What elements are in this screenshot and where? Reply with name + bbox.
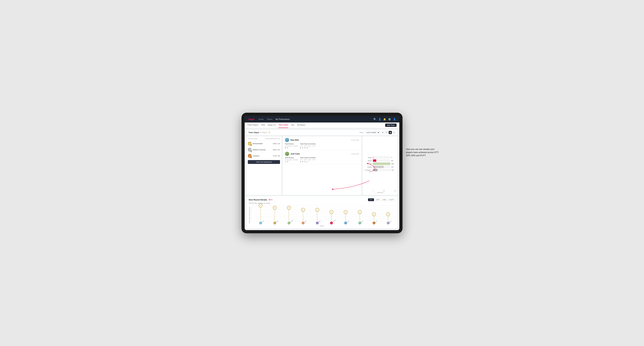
streak-player-col: 3x R. Butler R — [367, 205, 381, 225]
subnav-pgat[interactable]: PGAT Players — [248, 123, 258, 128]
total-rounds-block: Total Rounds TournamentPractice 7 2 — [285, 157, 298, 163]
bar-fill — [373, 163, 390, 165]
practice-activities-label: Total Practice Activities — [300, 143, 328, 145]
tournament-rounds-val: 8 — [285, 147, 286, 149]
subnav-hcaps[interactable]: Hcaps 1-5 — [268, 123, 276, 128]
streak-bubble: 4x — [330, 210, 334, 214]
streak-player-info: C. Quick C — [386, 220, 391, 224]
streak-player-col: 4x D. Ford D — [338, 205, 352, 225]
streak-line — [260, 205, 261, 221]
edit-icon[interactable]: ✏️ — [268, 132, 270, 133]
streak-player-info: R. Butler R — [371, 220, 376, 224]
bar-value: 131 — [391, 169, 396, 171]
player-count: 14 Players — [260, 132, 268, 133]
settings-icon[interactable]: ⚙️ — [388, 118, 391, 121]
streak-player-col: 7x E. Ebert E — [254, 205, 268, 225]
card-stats: Total Rounds TournamentPractice 7 2 — [285, 157, 359, 163]
player-name: Cameron... — [253, 155, 260, 157]
filter-app[interactable]: APP — [375, 198, 380, 201]
bell-icon[interactable]: 🔔 — [383, 118, 386, 121]
team-title: Team Clippd 14 Players ✏️ — [248, 132, 270, 134]
nav-teams[interactable]: Teams — [267, 117, 272, 121]
table-row: RB 1 Richard Butler 19/20 110 — [248, 141, 280, 147]
chart-bar-row: D. Bogeys + 131 — [364, 169, 396, 171]
filter-ott[interactable]: OTT — [368, 198, 374, 201]
filter-putt[interactable]: PUTT — [388, 198, 395, 201]
streak-line — [274, 208, 275, 221]
user-icon[interactable]: 👤 — [378, 118, 381, 121]
practice-activities-block: Total Practice Activities OTTAPPARGPUTT … — [300, 143, 328, 149]
bottom-panel: Best Round Streaks ⟵ OTT APP ARG PUTT Of… — [246, 196, 398, 228]
filter-arg[interactable]: ARG — [381, 198, 388, 201]
grid-view-icon[interactable]: ⊞ — [381, 131, 384, 134]
arrow-indicator: ⟵ — [268, 198, 273, 201]
nav-home[interactable]: Home — [258, 117, 264, 121]
practice-values: 0 0 0 1 — [300, 161, 328, 163]
streak-bubble: 3x — [372, 212, 376, 216]
bar-track — [373, 163, 390, 165]
add-team-button[interactable]: Add Team — [385, 124, 396, 127]
avatar: EC 2 — [248, 148, 252, 152]
view-icons: ⊞ ☰ ▦ ⊟ — [381, 131, 396, 134]
bar-value: 499 — [391, 163, 396, 165]
subnav-all-players[interactable]: All Players — [297, 123, 306, 128]
player-name: Richard Butler — [253, 143, 263, 145]
bar-chart: Eagles 3 Birdies 96 Pars 499 Bogeys 311 … — [364, 138, 396, 190]
team-name-label: Team Clippd — [248, 132, 259, 134]
streak-bubble: 6x — [273, 206, 277, 210]
nav-my-performance[interactable]: My Performance — [276, 117, 290, 121]
practice-values: 0 0 0 0 — [300, 147, 328, 149]
subnav-team-clippd[interactable]: Team Clippd — [278, 123, 288, 128]
streak-player-info: B. McHerg B — [272, 220, 278, 224]
ott-val: 0 — [300, 147, 301, 149]
bar-fill — [373, 159, 376, 162]
player-score: 19/20 — [273, 143, 277, 145]
table-row: EC 2 Edward Crossman 18/20 107 — [248, 147, 280, 153]
col-pb-avg: PB AVG SQ — [272, 138, 280, 140]
practice-sub-labels: OTTAPPARGPUTT — [300, 159, 328, 161]
streak-player-info: J. Coles J — [300, 220, 306, 224]
player-avg: 107 — [278, 149, 280, 151]
player-name: Edward Crossman — [253, 149, 266, 151]
period-select[interactable]: Last 3 months — [365, 131, 380, 134]
bar-fill — [373, 169, 378, 171]
tablet-screen: clippd Home Teams My Performance 🔍 👤 🔔 ⚙… — [245, 116, 399, 230]
bar-track — [373, 159, 390, 162]
putt-val: 0 — [307, 147, 308, 149]
player-info: EC 2 Edward Crossman — [248, 148, 272, 152]
tablet-frame: clippd Home Teams My Performance 🔍 👤 🔔 ⚙… — [242, 113, 402, 233]
subnav-pga[interactable]: PGA — [261, 123, 265, 128]
rounds-values: 7 2 — [285, 161, 298, 163]
subnav-tour[interactable]: Tour — [291, 123, 294, 128]
player-avg: 110 — [278, 143, 280, 145]
card-view-icon[interactable]: ▦ — [389, 131, 392, 134]
card-avatar — [285, 138, 289, 142]
app-val: 0 — [302, 147, 303, 149]
team-controls: Show Last 3 months ⊞ ☰ ▦ ⊟ — [359, 131, 396, 134]
card-avatar — [285, 152, 289, 156]
leaderboard-panel: PLAYER NAME PB SCORE PB AVG SQ RB 1 — [246, 137, 282, 195]
player-card-header: Rees Britt 02 Sep 2023 — [285, 138, 359, 142]
list-view-icon[interactable]: ☰ — [385, 131, 388, 134]
leaderboard-header: PLAYER NAME PB SCORE PB AVG SQ — [248, 138, 280, 140]
col-player-name: PLAYER NAME — [248, 138, 265, 140]
bar-label: Eagles — [364, 157, 372, 158]
arg-val: 0 — [304, 161, 306, 163]
table-view-icon[interactable]: ⊟ — [392, 131, 396, 134]
chart-subtitle: Off The Tee, Fairway Accuracy — [249, 202, 395, 204]
players-label: Players — [249, 225, 395, 227]
search-icon[interactable]: 🔍 — [374, 118, 376, 121]
nav-icons: 🔍 👤 🔔 ⚙️ 👤 — [374, 118, 396, 121]
rank-badge: 3 — [250, 156, 252, 158]
streak-title-text: Best Round Streaks — [249, 199, 267, 201]
ott-val: 0 — [300, 161, 301, 163]
streak-player-info: D. Billingham D — [286, 220, 292, 224]
player-info: C 3 Cameron... — [248, 154, 272, 158]
y-axis-label: Best Streak, Fairway Accuracy — [249, 205, 251, 225]
logo: clippd — [248, 118, 254, 121]
rank-badge: 2 — [250, 150, 252, 152]
avatar-icon[interactable]: 👤 — [393, 118, 396, 121]
streak-player-info: E. Crossman E — [329, 220, 334, 224]
view-leaderboard-button[interactable]: View Full Leaderboard — [248, 160, 280, 164]
rounds-values: 8 4 — [285, 147, 298, 149]
